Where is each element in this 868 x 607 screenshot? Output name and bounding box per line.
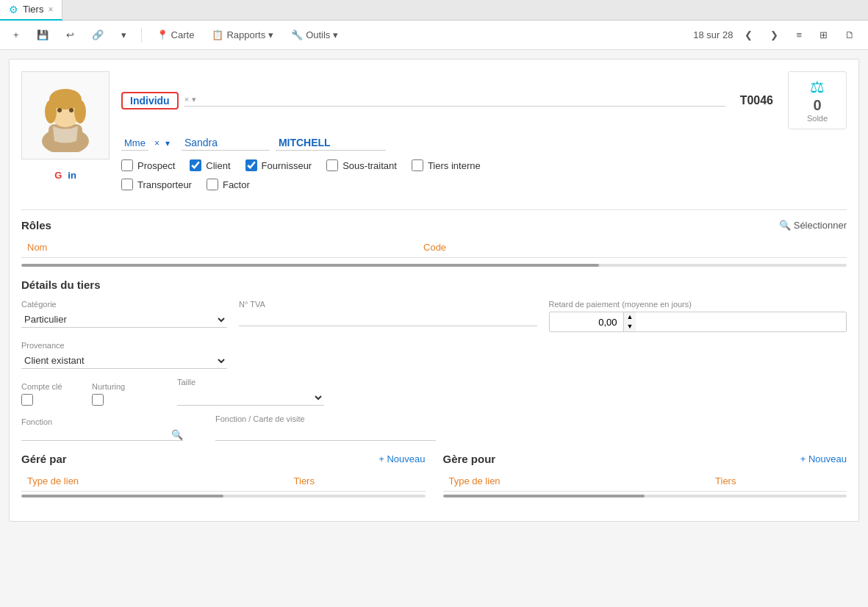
factor-check-item[interactable]: Factor xyxy=(207,179,250,190)
civility-clear[interactable]: × xyxy=(154,138,159,148)
client-check-item[interactable]: Client xyxy=(190,159,230,171)
gere-par-header-row: Type de lien Tiers xyxy=(21,471,426,492)
attach-button[interactable]: 🔗 xyxy=(86,26,110,43)
categorie-label: Catégorie xyxy=(21,300,227,309)
view-other-button[interactable]: 🗋 xyxy=(839,26,861,43)
svg-point-6 xyxy=(57,108,62,112)
undo-button[interactable]: ↩ xyxy=(60,26,80,43)
type-clear-btn[interactable]: × xyxy=(184,95,189,104)
nurturing-label: Nurturing xyxy=(92,382,165,391)
view-grid-button[interactable]: ⊞ xyxy=(814,26,833,43)
fonction-search-btn[interactable]: 🔍 xyxy=(171,429,183,440)
nav-prev-button[interactable]: ❮ xyxy=(739,26,758,43)
col-code: Code xyxy=(417,237,847,258)
toolbar-right: 18 sur 28 ❮ ❯ ≡ ⊞ 🗋 xyxy=(693,26,861,43)
ntva-input[interactable] xyxy=(239,312,537,326)
ntva-field-group: N° TVA xyxy=(239,300,537,332)
save-button[interactable]: 💾 xyxy=(31,26,54,43)
outils-arrow: ▾ xyxy=(333,29,338,40)
categorie-select[interactable]: Particulier xyxy=(21,312,227,328)
retard-up-btn[interactable]: ▲ xyxy=(624,312,636,322)
factor-checkbox[interactable] xyxy=(207,179,218,190)
taille-select[interactable] xyxy=(177,389,324,406)
fonction-input[interactable] xyxy=(21,429,171,440)
ntva-label: N° TVA xyxy=(239,300,537,309)
provenance-label: Provenance xyxy=(21,341,227,350)
fournisseur-checkbox[interactable] xyxy=(245,159,257,171)
transporteur-checkbox[interactable] xyxy=(121,179,133,190)
factor-label: Factor xyxy=(223,179,250,190)
provenance-select[interactable]: Client existant xyxy=(21,353,227,369)
roles-row-2: Transporteur Factor xyxy=(121,179,847,190)
details-section: Détails du tiers Catégorie Particulier N… xyxy=(21,279,847,441)
outils-button[interactable]: 🔧 Outils ▾ xyxy=(285,26,344,43)
tiers-code: T0046 xyxy=(731,93,782,109)
roles-table-header-row: Nom Code xyxy=(21,237,847,258)
sous-traitant-check-item[interactable]: Sous-traitant xyxy=(326,159,397,171)
gere-par-progress xyxy=(21,495,426,498)
header-info: Individu × ▾ T0046 ⚖ 0 Solde Mme xyxy=(121,71,847,198)
roles-row-1: Prospect Client Fournisseur Sous-traitan… xyxy=(121,159,847,171)
gere-pour-header-row: Type de lien Tiers xyxy=(443,471,847,492)
tiers-interne-check-item[interactable]: Tiers interne xyxy=(412,159,481,171)
compte-cle-checkbox[interactable] xyxy=(21,394,33,406)
dropdown-arrow-button[interactable]: ▾ xyxy=(115,26,132,43)
view-list-button[interactable]: ≡ xyxy=(790,26,808,43)
roles-section: Rôles 🔍 Sélectionner Nom Code xyxy=(21,219,847,258)
tiers-interne-checkbox[interactable] xyxy=(412,159,423,171)
sous-traitant-label: Sous-traitant xyxy=(342,160,397,171)
nurturing-checkbox[interactable] xyxy=(92,394,104,406)
tiers-tab-icon: ⚙ xyxy=(9,4,18,15)
categorie-field-group: Catégorie Particulier xyxy=(21,300,227,332)
carte-button[interactable]: 📍 Carte xyxy=(151,26,201,43)
avatar xyxy=(21,71,110,159)
type-row: Individu × ▾ T0046 ⚖ 0 Solde xyxy=(121,71,847,129)
client-checkbox[interactable] xyxy=(190,159,201,171)
header-section: G in Individu × ▾ T0046 ⚖ 0 xyxy=(21,71,847,198)
civility-dropdown[interactable]: ▾ xyxy=(165,138,170,148)
retard-input-wrapper: ▲ ▼ xyxy=(549,312,847,332)
main-content: G in Individu × ▾ T0046 ⚖ 0 xyxy=(0,50,868,607)
gere-pour-col-type: Type de lien xyxy=(443,471,710,492)
gere-par-section: Géré par + Nouveau Type de lien Tiers xyxy=(21,453,426,509)
prospect-label: Prospect xyxy=(137,160,175,171)
individu-badge[interactable]: Individu xyxy=(121,92,179,109)
retard-label: Retard de paiement (moyenne en jours) xyxy=(549,300,847,309)
progress-bar-container xyxy=(21,264,847,267)
google-link[interactable]: G xyxy=(54,170,62,181)
gere-par-col-type: Type de lien xyxy=(21,471,288,492)
fournisseur-check-item[interactable]: Fournisseur xyxy=(245,159,312,171)
client-label: Client xyxy=(206,160,230,171)
transporteur-check-item[interactable]: Transporteur xyxy=(121,179,192,190)
civility-select[interactable]: Mme xyxy=(121,136,148,151)
retard-down-btn[interactable]: ▼ xyxy=(624,322,636,331)
select-link[interactable]: 🔍 Sélectionner xyxy=(779,220,847,231)
gere-pour-new-link[interactable]: + Nouveau xyxy=(800,453,847,464)
gere-par-title: Géré par xyxy=(21,453,67,465)
svg-point-7 xyxy=(69,108,73,112)
gere-pour-bar xyxy=(443,495,645,498)
roles-table: Nom Code xyxy=(21,237,847,258)
tab-close-icon[interactable]: × xyxy=(48,4,53,15)
outils-icon: 🔧 xyxy=(291,29,303,40)
search-icon: 🔍 xyxy=(779,220,791,231)
prospect-checkbox[interactable] xyxy=(121,159,133,171)
sous-traitant-checkbox[interactable] xyxy=(326,159,338,171)
taille-label: Taille xyxy=(177,378,847,387)
transporteur-label: Transporteur xyxy=(137,179,192,190)
linkedin-link[interactable]: in xyxy=(68,170,76,181)
fonction-carte-input[interactable] xyxy=(215,426,436,441)
provenance-field-group: Provenance Client existant xyxy=(21,341,227,369)
gere-par-new-link[interactable]: + Nouveau xyxy=(379,453,425,464)
type-dropdown-arrow[interactable]: ▾ xyxy=(192,95,196,104)
balance-icon: ⚖ xyxy=(810,78,825,97)
new-button[interactable]: + xyxy=(7,26,25,43)
toolbar-separator-1 xyxy=(141,28,142,43)
rapports-button[interactable]: 📋 Rapports ▾ xyxy=(206,26,279,43)
nav-next-button[interactable]: ❯ xyxy=(764,26,784,43)
retard-input[interactable] xyxy=(550,315,623,330)
prospect-check-item[interactable]: Prospect xyxy=(121,159,175,171)
fonction-input-wrapper: 🔍 xyxy=(21,429,183,441)
taille-field-group: Taille xyxy=(177,378,847,406)
tab-tiers[interactable]: ⚙ Tiers × xyxy=(0,0,62,21)
